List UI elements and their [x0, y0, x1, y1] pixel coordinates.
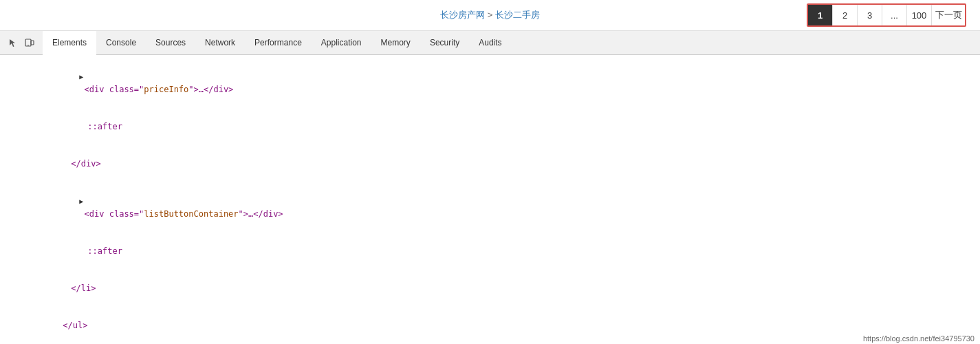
status-bar: https://blog.csdn.net/fei34795730	[858, 333, 980, 344]
breadcrumb-part1[interactable]: 长沙房产网	[440, 10, 485, 20]
code-line-3[interactable]: </div>	[0, 145, 980, 182]
status-url[interactable]: https://blog.csdn.net/fei34795730	[863, 334, 974, 343]
top-bar: 长沙房产网 > 长沙二手房 1 2 3 ... 100 下一页	[0, 0, 980, 31]
page-3[interactable]: 3	[858, 5, 882, 25]
breadcrumb: 长沙房产网 > 长沙二手房	[440, 9, 540, 21]
code-line-2[interactable]: ::after	[0, 108, 980, 145]
code-line-1[interactable]: ▶ <div class="priceInfo">…</div>	[0, 58, 980, 108]
code-line-6[interactable]: </li>	[0, 270, 980, 307]
page-next[interactable]: 下一页	[932, 5, 965, 25]
tab-elements[interactable]: Elements	[43, 31, 96, 55]
page-dots: ...	[882, 5, 907, 25]
code-area: ▶ <div class="priceInfo">…</div> ::after…	[0, 55, 980, 344]
code-line-5[interactable]: ::after	[0, 233, 980, 270]
breadcrumb-separator: >	[488, 10, 495, 20]
tab-console[interactable]: Console	[96, 31, 146, 55]
tab-application[interactable]: Application	[312, 31, 371, 55]
tab-performance[interactable]: Performance	[245, 31, 312, 55]
page-100[interactable]: 100	[907, 5, 932, 25]
code-line-7[interactable]: </ul>	[0, 307, 980, 344]
breadcrumb-part2[interactable]: 长沙二手房	[495, 10, 540, 20]
devtools-tab-bar: Elements Console Sources Network Perform…	[0, 31, 980, 55]
tab-memory[interactable]: Memory	[371, 31, 420, 55]
tab-network[interactable]: Network	[195, 31, 245, 55]
devtools-icons	[7, 36, 36, 49]
expand-icon-4[interactable]: ▶	[79, 195, 83, 208]
device-icon[interactable]	[23, 36, 36, 49]
svg-rect-1	[31, 41, 34, 45]
tab-security[interactable]: Security	[420, 31, 469, 55]
tab-sources[interactable]: Sources	[146, 31, 195, 55]
pagination: 1 2 3 ... 100 下一页	[807, 3, 966, 27]
expand-icon-1[interactable]: ▶	[79, 71, 83, 83]
tab-audits[interactable]: Audits	[469, 31, 511, 55]
cursor-icon[interactable]	[7, 36, 19, 49]
page-1[interactable]: 1	[808, 5, 833, 25]
page-2[interactable]: 2	[833, 5, 858, 25]
code-line-4[interactable]: ▶ <div class="listButtonContainer">…</di…	[0, 182, 980, 233]
